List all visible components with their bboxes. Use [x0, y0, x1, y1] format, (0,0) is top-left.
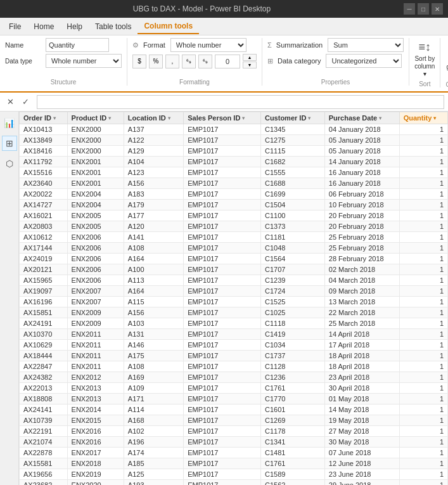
cell-32-1[interactable]: ENX2019 [67, 469, 124, 480]
cell-22-1[interactable]: ENX2011 [67, 361, 124, 372]
cell-8-1[interactable]: ENX2005 [67, 210, 124, 221]
format-btn-2[interactable]: ⁶₉ [198, 55, 212, 68]
cell-26-4[interactable]: C1601 [260, 404, 324, 415]
cell-9-3[interactable]: EMP1017 [184, 221, 261, 232]
cell-26-6[interactable]: 1 [399, 404, 447, 415]
cell-25-0[interactable]: AX18808 [20, 394, 68, 404]
sidebar-icon-report[interactable]: 📊 [2, 115, 17, 131]
menu-file[interactable]: File [3, 20, 27, 34]
cell-7-4[interactable]: C1504 [260, 200, 324, 210]
cell-4-2[interactable]: A123 [124, 167, 183, 178]
cell-2-1[interactable]: ENX2000 [67, 146, 124, 157]
cell-30-3[interactable]: EMP1017 [184, 448, 261, 458]
cell-28-5[interactable]: 27 May 2018 [324, 426, 399, 437]
ribbon-datatype-select[interactable]: Whole number [46, 54, 122, 68]
cell-15-5[interactable]: 09 March 2018 [324, 286, 399, 297]
cell-1-3[interactable]: EMP1017 [184, 135, 261, 146]
cell-2-3[interactable]: EMP1017 [184, 146, 261, 157]
cell-17-6[interactable]: 1 [399, 307, 447, 318]
cell-27-4[interactable]: C1269 [260, 415, 324, 426]
cell-5-5[interactable]: 16 January 2018 [324, 178, 399, 189]
cell-13-1[interactable]: ENX2006 [67, 264, 124, 275]
cell-24-5[interactable]: 30 April 2018 [324, 383, 399, 394]
cell-6-4[interactable]: C1699 [260, 189, 324, 200]
cell-32-3[interactable]: EMP1017 [184, 469, 261, 480]
cell-19-3[interactable]: EMP1017 [184, 329, 261, 340]
cell-21-4[interactable]: C1737 [260, 351, 324, 361]
cell-33-0[interactable]: AX23682 [20, 480, 68, 486]
cell-16-1[interactable]: ENX2007 [67, 297, 124, 307]
cell-23-4[interactable]: C1236 [260, 372, 324, 383]
cell-24-1[interactable]: ENX2013 [67, 383, 124, 394]
cell-30-6[interactable]: 1 [399, 448, 447, 458]
cell-16-6[interactable]: 1 [399, 297, 447, 307]
cell-2-6[interactable]: 1 [399, 146, 447, 157]
cell-31-2[interactable]: A185 [124, 458, 183, 469]
cell-8-4[interactable]: C1100 [260, 210, 324, 221]
cell-24-6[interactable]: 1 [399, 383, 447, 394]
cell-18-6[interactable]: 1 [399, 318, 447, 329]
cell-11-3[interactable]: EMP1017 [184, 243, 261, 254]
col-purchase-date[interactable]: Purchase Date ▾ [324, 112, 399, 124]
cell-26-0[interactable]: AX24141 [20, 404, 68, 415]
cell-15-0[interactable]: AX19097 [20, 286, 68, 297]
menu-table-tools[interactable]: Table tools [89, 20, 138, 34]
cell-14-1[interactable]: ENX2006 [67, 275, 124, 286]
cell-17-2[interactable]: A156 [124, 307, 183, 318]
cell-20-5[interactable]: 17 April 2018 [324, 340, 399, 351]
cell-25-2[interactable]: A171 [124, 394, 183, 404]
menu-home[interactable]: Home [27, 20, 60, 34]
cell-13-5[interactable]: 02 March 2018 [324, 264, 399, 275]
cell-32-4[interactable]: C1589 [260, 469, 324, 480]
cell-30-5[interactable]: 07 June 2018 [324, 448, 399, 458]
order-id-dropdown[interactable]: ▾ [53, 115, 56, 121]
cell-3-1[interactable]: ENX2001 [67, 157, 124, 167]
cell-9-4[interactable]: C1373 [260, 221, 324, 232]
cell-23-6[interactable]: 1 [399, 372, 447, 383]
cell-29-1[interactable]: ENX2016 [67, 437, 124, 448]
cell-28-4[interactable]: C1178 [260, 426, 324, 437]
cell-19-5[interactable]: 14 April 2018 [324, 329, 399, 340]
cell-30-0[interactable]: AX22878 [20, 448, 68, 458]
cell-31-4[interactable]: C1761 [260, 458, 324, 469]
menu-column-tools[interactable]: Column tools [138, 19, 199, 34]
ribbon-name-input[interactable] [46, 38, 109, 52]
cell-28-2[interactable]: A102 [124, 426, 183, 437]
cell-18-0[interactable]: AX24191 [20, 318, 68, 329]
cell-26-3[interactable]: EMP1017 [184, 404, 261, 415]
cell-18-3[interactable]: EMP1017 [184, 318, 261, 329]
cell-14-5[interactable]: 04 March 2018 [324, 275, 399, 286]
close-button[interactable]: ✕ [432, 3, 443, 15]
cell-3-3[interactable]: EMP1017 [184, 157, 261, 167]
cell-20-0[interactable]: AX10629 [20, 340, 68, 351]
cell-29-5[interactable]: 30 May 2018 [324, 437, 399, 448]
cell-12-4[interactable]: C1564 [260, 254, 324, 264]
cell-4-0[interactable]: AX15516 [20, 167, 68, 178]
cell-21-2[interactable]: A175 [124, 351, 183, 361]
format-btn-1[interactable]: ⁶₉ [182, 55, 196, 68]
cell-8-2[interactable]: A177 [124, 210, 183, 221]
cell-28-0[interactable]: AX22191 [20, 426, 68, 437]
cell-33-6[interactable]: 1 [399, 480, 447, 486]
ribbon-format-select[interactable]: Whole number [170, 38, 246, 52]
ribbon-datacategory-select[interactable]: Uncategorized [326, 54, 402, 68]
location-id-dropdown[interactable]: ▾ [168, 115, 170, 121]
cell-33-2[interactable]: A193 [124, 480, 183, 486]
cell-29-0[interactable]: AX21074 [20, 437, 68, 448]
cell-22-5[interactable]: 18 April 2018 [324, 361, 399, 372]
col-quantity[interactable]: Quantity ▾ [399, 112, 447, 124]
cell-26-2[interactable]: A114 [124, 404, 183, 415]
cell-13-4[interactable]: C1707 [260, 264, 324, 275]
cell-0-6[interactable]: 1 [399, 124, 447, 135]
cell-21-3[interactable]: EMP1017 [184, 351, 261, 361]
cell-18-4[interactable]: C1118 [260, 318, 324, 329]
cell-6-2[interactable]: A183 [124, 189, 183, 200]
cell-6-1[interactable]: ENX2004 [67, 189, 124, 200]
cell-19-1[interactable]: ENX2011 [67, 329, 124, 340]
maximize-button[interactable]: □ [418, 3, 429, 15]
cell-18-1[interactable]: ENX2009 [67, 318, 124, 329]
formula-confirm-button[interactable]: ✓ [19, 96, 32, 108]
cell-14-2[interactable]: A113 [124, 275, 183, 286]
cell-11-6[interactable]: 1 [399, 243, 447, 254]
cell-19-0[interactable]: AX10370 [20, 329, 68, 340]
